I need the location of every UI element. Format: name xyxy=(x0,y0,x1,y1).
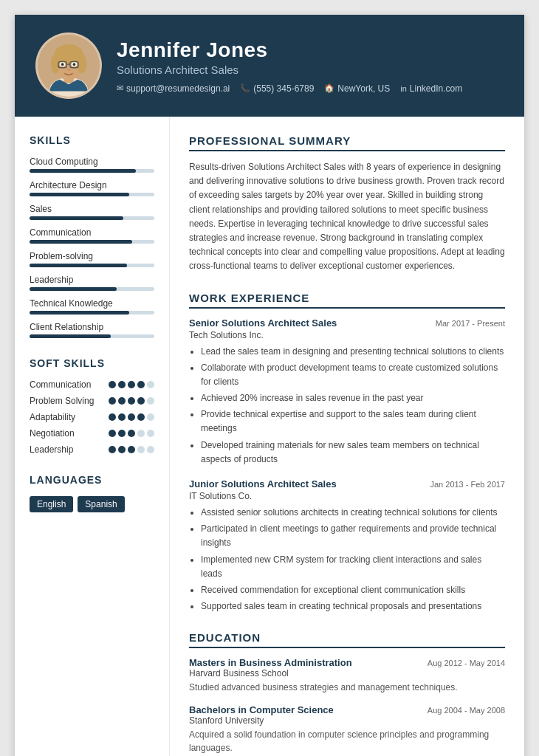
dot xyxy=(118,446,126,453)
education-item: Masters in Business Administration Aug 2… xyxy=(189,657,505,694)
language-badge: English xyxy=(30,496,73,512)
bullet: Implemented new CRM system for tracking … xyxy=(201,553,505,581)
skill-name: Cloud Computing xyxy=(30,157,154,167)
body: SKILLS Cloud Computing Architecture Desi… xyxy=(15,117,524,756)
soft-skill-name: Negotiation xyxy=(30,428,75,439)
skill-name: Leadership xyxy=(30,275,154,285)
job-date: Jan 2013 - Feb 2017 xyxy=(430,480,505,489)
skill-bar xyxy=(30,287,154,291)
summary-title: PROFESSIONAL SUMMARY xyxy=(189,134,505,151)
job-title: Senior Solutions Architect Sales xyxy=(189,317,337,329)
languages-title: LANGUAGES xyxy=(30,474,154,486)
soft-skill-name: Leadership xyxy=(30,444,73,455)
dot xyxy=(147,446,154,453)
contact-linkedin: in LinkedIn.com xyxy=(400,83,462,94)
skill-fill xyxy=(30,311,129,315)
soft-skill-name: Problem Solving xyxy=(30,396,94,406)
job-company: IT Solutions Co. xyxy=(189,491,505,501)
dot xyxy=(137,413,145,421)
dot xyxy=(147,381,154,388)
svg-point-5 xyxy=(51,54,61,73)
soft-skill-name: Adaptability xyxy=(30,412,75,422)
dots xyxy=(109,397,154,405)
email-value: support@resumedesign.ai xyxy=(126,83,230,94)
job-item: Senior Solutions Architect Sales Mar 201… xyxy=(189,317,505,467)
education-item: Bachelors in Computer Science Aug 2004 -… xyxy=(189,704,505,755)
dot xyxy=(137,381,145,388)
languages-section: LANGUAGES EnglishSpanish xyxy=(30,474,154,512)
skill-name: Technical Knowledge xyxy=(30,298,154,309)
job-header: Senior Solutions Architect Sales Mar 201… xyxy=(189,317,505,329)
soft-skills-section: SOFT SKILLS Communication Problem Solvin… xyxy=(30,357,154,455)
skill-item: Leadership xyxy=(30,275,154,291)
sidebar: SKILLS Cloud Computing Architecture Desi… xyxy=(15,117,170,756)
skill-item: Architecture Design xyxy=(30,180,154,196)
dot xyxy=(118,430,126,437)
dot xyxy=(147,413,154,421)
edu-desc: Studied advanced business strategies and… xyxy=(189,681,505,694)
skill-fill xyxy=(30,334,111,338)
skill-bar xyxy=(30,216,154,220)
skills-section: SKILLS Cloud Computing Architecture Desi… xyxy=(30,134,154,338)
header: Jennifer Jones Solutions Architect Sales… xyxy=(15,15,524,117)
job-header: Junior Solutions Architect Sales Jan 201… xyxy=(189,478,505,489)
dot xyxy=(118,413,126,421)
job-item: Junior Solutions Architect Sales Jan 201… xyxy=(189,478,505,614)
bullet: Developed training materials for new sal… xyxy=(201,439,505,467)
dot xyxy=(128,413,135,421)
skill-name: Sales xyxy=(30,204,154,214)
languages-list: EnglishSpanish xyxy=(30,496,154,512)
summary-text: Results-driven Solutions Architect Sales… xyxy=(189,160,505,274)
soft-skill-item: Adaptability xyxy=(30,412,154,422)
job-bullets: Assisted senior solutions architects in … xyxy=(189,506,505,614)
skill-fill xyxy=(30,193,129,196)
edu-degree: Masters in Business Administration xyxy=(189,657,352,668)
skill-name: Communication xyxy=(30,227,154,238)
dots xyxy=(109,446,154,453)
dot xyxy=(128,430,135,437)
skill-item: Cloud Computing xyxy=(30,157,154,173)
edu-date: Aug 2004 - May 2008 xyxy=(428,706,505,715)
jobs-list: Senior Solutions Architect Sales Mar 201… xyxy=(189,317,505,614)
dot xyxy=(109,413,116,421)
summary-section: PROFESSIONAL SUMMARY Results-driven Solu… xyxy=(189,134,505,274)
linkedin-icon: in xyxy=(400,84,407,93)
dot xyxy=(128,381,135,388)
dot xyxy=(137,446,145,453)
skill-bar xyxy=(30,264,154,267)
soft-skill-item: Problem Solving xyxy=(30,396,154,406)
skill-fill xyxy=(30,264,127,267)
contact-email: ✉ support@resumedesign.ai xyxy=(117,83,230,94)
dots xyxy=(109,413,154,421)
edu-header: Masters in Business Administration Aug 2… xyxy=(189,657,505,668)
soft-skill-name: Communication xyxy=(30,379,91,390)
edu-header: Bachelors in Computer Science Aug 2004 -… xyxy=(189,704,505,715)
skills-list: Cloud Computing Architecture Design Sale… xyxy=(30,157,154,338)
contact-location: 🏠 NewYork, US xyxy=(324,83,390,94)
soft-skill-item: Negotiation xyxy=(30,428,154,439)
soft-skills-title: SOFT SKILLS xyxy=(30,357,154,369)
edu-degree: Bachelors in Computer Science xyxy=(189,704,334,715)
header-name: Jennifer Jones xyxy=(117,38,504,62)
soft-skills-list: Communication Problem Solving Adaptabili… xyxy=(30,379,154,455)
bullet: Participated in client meetings to gathe… xyxy=(201,522,505,550)
skill-fill xyxy=(30,240,132,244)
job-bullets: Lead the sales team in designing and pre… xyxy=(189,345,505,467)
header-contacts: ✉ support@resumedesign.ai 📞 (555) 345-67… xyxy=(117,83,504,94)
language-badge: Spanish xyxy=(78,496,124,512)
dot xyxy=(128,397,135,405)
dot xyxy=(147,397,154,405)
edu-school: Harvard Business School xyxy=(189,668,505,678)
dot xyxy=(137,430,145,437)
bullet: Received commendation for exceptional cl… xyxy=(201,583,505,597)
education-section: EDUCATION Masters in Business Administra… xyxy=(189,631,505,755)
skill-item: Problem-solving xyxy=(30,251,154,267)
skill-item: Client Relationship xyxy=(30,322,154,338)
education-list: Masters in Business Administration Aug 2… xyxy=(189,657,505,755)
svg-point-12 xyxy=(61,63,64,66)
dot xyxy=(147,430,154,437)
soft-skill-item: Communication xyxy=(30,379,154,390)
header-info: Jennifer Jones Solutions Architect Sales… xyxy=(117,38,504,94)
skill-bar xyxy=(30,334,154,338)
skill-item: Technical Knowledge xyxy=(30,298,154,315)
